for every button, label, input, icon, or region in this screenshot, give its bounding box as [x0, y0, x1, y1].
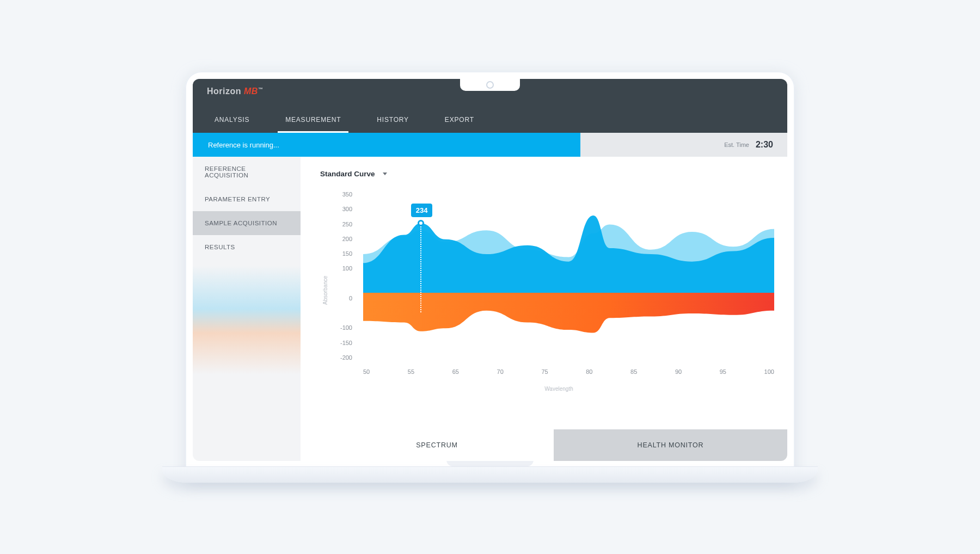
laptop-frame: Horizon MB™ ANALYSIS MEASUREMENT HISTORY…	[185, 71, 795, 483]
y-tick: 150	[342, 250, 352, 257]
main-area: REFERENCE ACQUISITION PARAMETER ENTRY SA…	[193, 157, 787, 461]
x-tick: 100	[764, 368, 774, 375]
y-tick: -200	[340, 354, 352, 361]
sidebar: REFERENCE ACQUISITION PARAMETER ENTRY SA…	[193, 157, 301, 461]
y-tick: 100	[342, 265, 352, 272]
laptop-base	[162, 466, 818, 483]
tab-health-monitor[interactable]: HEALTH MONITOR	[554, 429, 787, 461]
y-tick: 200	[342, 236, 352, 242]
y-tick: -150	[340, 340, 352, 346]
x-axis-label: Wavelength	[330, 386, 787, 392]
x-tick: 65	[452, 368, 459, 375]
status-row: Reference is running... Est. Time 2:30	[193, 133, 787, 157]
y-tick: 300	[342, 206, 352, 212]
x-tick: 50	[363, 368, 370, 375]
nav-tabs: ANALYSIS MEASUREMENT HISTORY EXPORT	[207, 110, 773, 133]
brand-suffix: MB	[244, 87, 258, 96]
chart-container: Absorbance 3503002502001501000-100-150-2…	[320, 183, 787, 429]
y-tick: 350	[342, 191, 352, 198]
chart-plot[interactable]: 234	[363, 189, 774, 352]
app-screen: Horizon MB™ ANALYSIS MEASUREMENT HISTORY…	[193, 79, 787, 461]
tab-spectrum[interactable]: SPECTRUM	[320, 429, 554, 461]
x-tick: 90	[675, 368, 682, 375]
est-time-label: Est. Time	[724, 141, 749, 148]
status-time-panel: Est. Time 2:30	[580, 133, 787, 157]
curve-type-dropdown[interactable]: Standard Curve	[320, 167, 787, 183]
y-axis-label: Absorbance	[320, 183, 330, 429]
x-tick: 75	[541, 368, 548, 375]
x-tick: 85	[630, 368, 637, 375]
tab-measurement[interactable]: MEASUREMENT	[278, 110, 348, 133]
chart-area: 3503002502001501000-100-150-200 234 5055…	[330, 183, 787, 429]
sidebar-item-parameter-entry[interactable]: PARAMETER ENTRY	[193, 187, 301, 211]
y-tick: 0	[349, 295, 352, 301]
status-message: Reference is running...	[193, 133, 580, 157]
x-tick: 80	[586, 368, 592, 375]
laptop-notch	[460, 79, 520, 91]
chevron-down-icon	[383, 173, 387, 175]
chart-marker-line	[420, 226, 421, 312]
sidebar-item-sample-acquisition[interactable]: SAMPLE ACQUISITION	[193, 211, 301, 235]
sidebar-item-results[interactable]: RESULTS	[193, 235, 301, 259]
content-panel: Standard Curve Absorbance 35030025020015…	[301, 157, 787, 461]
chart-marker-dot	[418, 220, 424, 226]
x-tick: 55	[408, 368, 414, 375]
tab-analysis[interactable]: ANALYSIS	[207, 110, 257, 133]
x-tick: 95	[720, 368, 726, 375]
x-tick: 70	[497, 368, 504, 375]
bottom-tabs: SPECTRUM HEALTH MONITOR	[320, 429, 787, 461]
tab-export[interactable]: EXPORT	[437, 110, 482, 133]
y-tick: -100	[340, 324, 352, 331]
y-tick: 250	[342, 221, 352, 227]
sidebar-item-reference-acquisition[interactable]: REFERENCE ACQUISITION	[193, 157, 301, 187]
brand-prefix: Horizon	[207, 87, 244, 96]
tab-history[interactable]: HISTORY	[369, 110, 416, 133]
est-time-value: 2:30	[756, 140, 773, 150]
curve-type-label: Standard Curve	[320, 170, 375, 178]
x-axis-ticks: 505565707580859095100	[363, 368, 774, 375]
chart-marker-badge: 234	[411, 204, 433, 217]
brand-trademark: ™	[258, 87, 264, 92]
